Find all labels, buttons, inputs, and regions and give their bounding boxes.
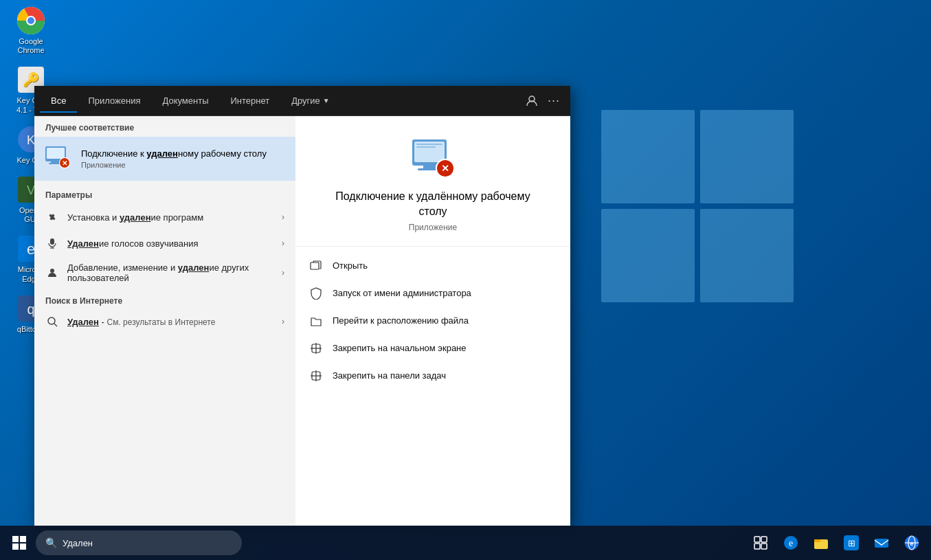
best-match-subtitle: Приложение: [81, 161, 284, 169]
voices-label: Удаление голосов озвучивания: [67, 238, 273, 249]
svg-rect-47: [20, 536, 26, 542]
tab-all[interactable]: Все: [40, 89, 77, 113]
svg-rect-60: [875, 539, 888, 548]
settings-item-install[interactable]: Установка и удаление программ ›: [34, 204, 295, 230]
open-label: Открыть: [333, 260, 368, 271]
svg-text:q: q: [27, 302, 34, 317]
svg-rect-46: [12, 536, 19, 542]
tab-internet[interactable]: Интернет: [219, 89, 280, 113]
svg-rect-50: [754, 537, 760, 542]
taskbar-ie-icon[interactable]: e: [898, 529, 926, 557]
best-match-title: Подключение к удаленному рабочему столу: [81, 148, 284, 160]
app-detail-title: Подключение к удалённому рабочемустолу: [335, 189, 530, 220]
search-more-icon[interactable]: ···: [543, 90, 565, 112]
svg-rect-35: [416, 146, 436, 148]
app-detail-type: Приложение: [409, 223, 457, 232]
arrow-icon-web: ›: [282, 317, 284, 326]
action-pin-taskbar[interactable]: Закрепить на панели задач: [295, 362, 570, 390]
tab-docs[interactable]: Документы: [151, 89, 219, 113]
go-to-location-label: Перейти к расположению файла: [333, 315, 469, 326]
run-as-admin-label: Запуск от имени администратора: [333, 288, 471, 298]
arrow-icon-install: ›: [282, 212, 284, 222]
person-icon: [45, 266, 59, 280]
settings-item-voices[interactable]: Удаление голосов озвучивания ›: [34, 230, 295, 256]
taskbar-task-view[interactable]: [747, 529, 774, 557]
svg-text:e: e: [910, 540, 913, 547]
action-list: Открыть Запуск от имени администратора П…: [295, 247, 570, 395]
start-menu: Все Приложения Документы Интернет Другие…: [34, 86, 570, 526]
windows-logo-bg: [601, 110, 794, 302]
svg-rect-49: [20, 544, 26, 550]
taskbar-edge-icon[interactable]: e: [777, 529, 805, 557]
install-label: Установка и удаление программ: [67, 212, 273, 223]
taskbar-search-icon: 🔍: [45, 537, 57, 548]
svg-rect-53: [761, 544, 767, 549]
tab-apps[interactable]: Приложения: [77, 89, 151, 113]
settings-header: Параметры: [34, 183, 295, 204]
search-tabs-bar: Все Приложения Документы Интернет Другие…: [34, 86, 570, 116]
svg-line-29: [54, 324, 57, 326]
web-section-header: Поиск в Интернете: [34, 289, 295, 309]
best-match-text: Подключение к удаленному рабочему столу …: [81, 148, 284, 170]
taskbar-store-icon[interactable]: ⊞: [838, 529, 865, 557]
best-match-header: Лучшее соответствие: [34, 116, 295, 137]
taskbar: 🔍 Удален e: [0, 526, 931, 560]
web-search-icon: [45, 315, 59, 328]
svg-point-28: [48, 317, 55, 324]
svg-rect-24: [50, 238, 54, 245]
svg-rect-51: [761, 537, 767, 542]
svg-text:✕: ✕: [62, 159, 67, 167]
svg-point-5: [27, 17, 34, 24]
action-open[interactable]: Открыть: [295, 252, 570, 280]
taskbar-explorer-icon[interactable]: [807, 529, 835, 557]
taskbar-mail-icon[interactable]: [868, 529, 895, 557]
chrome-label: Google Chrome: [7, 37, 55, 55]
svg-rect-39: [311, 262, 319, 269]
desktop-icon-chrome[interactable]: Google Chrome: [7, 7, 55, 55]
chrome-icon: [17, 7, 45, 34]
right-panel: ✕ Подключение к удалённому рабочемустолу…: [295, 116, 570, 526]
folder-icon: [309, 314, 323, 328]
svg-rect-52: [754, 544, 760, 549]
settings-item-users[interactable]: Добавление, изменение и удаление других …: [34, 256, 295, 289]
arrow-icon-users: ›: [282, 268, 284, 278]
pin-start-icon: [309, 341, 323, 355]
app-detail: ✕ Подключение к удалённому рабочемустолу…: [295, 116, 570, 247]
action-go-to-location[interactable]: Перейти к расположению файла: [295, 307, 570, 335]
start-button[interactable]: [5, 529, 33, 557]
pin-start-label: Закрепить на начальном экране: [333, 343, 467, 353]
svg-rect-57: [814, 539, 820, 542]
shield-icon: [309, 287, 323, 300]
web-search-item[interactable]: Удален - См. результаты в Интернете ›: [34, 309, 295, 335]
gear-icon: [45, 210, 59, 224]
search-person-icon[interactable]: [521, 90, 543, 112]
tab-other[interactable]: Другие ▼: [280, 89, 341, 113]
open-icon: [309, 259, 323, 273]
svg-rect-18: [47, 148, 65, 159]
users-label: Добавление, изменение и удаление других …: [67, 262, 273, 283]
taskbar-search-text: Удален: [63, 538, 93, 548]
best-match-item[interactable]: ✕ Подключение к удаленному рабочему стол…: [34, 137, 295, 181]
svg-rect-48: [12, 544, 19, 550]
rdp-app-icon: ✕: [45, 145, 73, 172]
left-panel: Лучшее соответствие ✕: [34, 116, 295, 526]
action-pin-start[interactable]: Закрепить на начальном экране: [295, 335, 570, 362]
web-search-text: Удален - См. результаты в Интернете: [67, 317, 273, 327]
rdp-large-icon: ✕: [411, 137, 455, 181]
dropdown-arrow-icon: ▼: [323, 97, 330, 104]
mic-icon: [45, 236, 59, 250]
action-run-as-admin[interactable]: Запуск от имени администратора: [295, 280, 570, 307]
svg-point-27: [50, 269, 54, 273]
search-content: Лучшее соответствие ✕: [34, 116, 570, 526]
svg-rect-34: [416, 144, 442, 145]
svg-text:e: e: [789, 538, 793, 548]
pin-taskbar-label: Закрепить на панели задач: [333, 370, 446, 381]
pin-taskbar-icon: [309, 369, 323, 383]
desktop: Google Chrome 🔑 Key Coll4.1 - Tes K Key …: [0, 0, 931, 560]
arrow-icon-voices: ›: [282, 238, 284, 248]
taskbar-search-box[interactable]: 🔍 Удален: [36, 530, 242, 555]
svg-text:⊞: ⊞: [848, 538, 855, 548]
svg-text:✕: ✕: [441, 163, 449, 174]
